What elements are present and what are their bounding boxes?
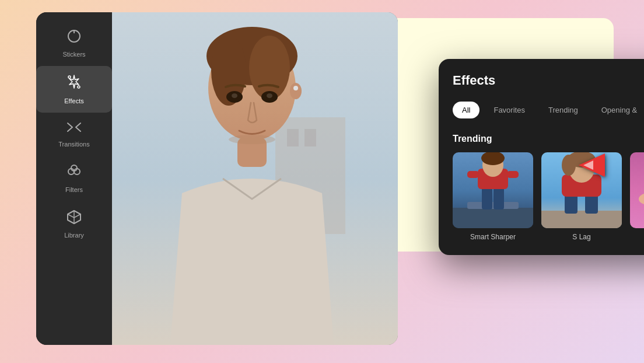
svg-rect-31 (467, 171, 479, 178)
sidebar-item-library-label: Library (64, 232, 84, 239)
sidebar-item-effects-label: Effects (64, 97, 83, 104)
svg-point-22 (229, 135, 275, 144)
svg-rect-41 (630, 152, 644, 228)
svg-rect-32 (507, 171, 519, 178)
library-icon (66, 210, 82, 228)
svg-point-20 (232, 93, 237, 98)
sidebar-item-effects[interactable]: Effects (36, 66, 112, 113)
tab-opening[interactable]: Opening & (592, 102, 644, 118)
sidebar-item-filters[interactable]: Filters (36, 156, 112, 201)
svg-rect-34 (541, 211, 622, 228)
shake-label: Shake (630, 233, 644, 241)
svg-point-14 (249, 36, 290, 100)
effect-item-s-lag[interactable]: S Lag (541, 152, 622, 241)
effect-item-smart-sharper[interactable]: Smart Sharper (453, 152, 533, 241)
main-container: Stickers Effects (36, 12, 608, 351)
svg-rect-24 (453, 208, 533, 228)
app-window: Stickers Effects (36, 12, 398, 345)
effects-panel-title: Effects (453, 73, 644, 88)
tab-all[interactable]: All (453, 102, 480, 118)
svg-point-3 (78, 86, 80, 88)
s-lag-thumbnail (541, 152, 622, 228)
svg-rect-27 (494, 186, 504, 210)
sidebar-item-transitions-label: Transitions (58, 141, 89, 148)
svg-point-40 (562, 155, 576, 176)
sidebar-item-stickers[interactable]: Stickers (36, 20, 112, 66)
filters-icon (66, 164, 82, 183)
tab-trending[interactable]: Trending (539, 102, 587, 118)
svg-rect-9 (287, 129, 299, 146)
shake-thumbnail (630, 152, 644, 228)
effects-icon (66, 74, 82, 94)
tab-favorites[interactable]: Favorites (484, 102, 534, 118)
person-photo (112, 12, 398, 345)
thumbnails-row: Smart Sharper (453, 152, 644, 241)
sidebar-item-stickers-label: Stickers (62, 51, 85, 58)
filter-tabs: All Favorites Trending Opening & ▾ (453, 100, 644, 120)
svg-point-21 (267, 93, 272, 98)
svg-rect-10 (304, 129, 316, 146)
stickers-icon (66, 29, 82, 47)
effects-panel: Effects All Favorites Trending Opening &… (439, 59, 644, 255)
transitions-icon (66, 121, 82, 137)
trending-section-title: Trending (453, 134, 644, 144)
sidebar: Stickers Effects (36, 12, 112, 345)
video-preview (112, 12, 398, 345)
smart-sharper-label: Smart Sharper (453, 233, 533, 241)
smart-sharper-thumbnail (453, 152, 533, 228)
svg-rect-25 (467, 202, 519, 209)
svg-rect-26 (482, 186, 492, 210)
s-lag-label: S Lag (541, 233, 622, 241)
sidebar-item-filters-label: Filters (65, 186, 83, 193)
svg-point-2 (68, 76, 71, 78)
svg-point-16 (293, 86, 298, 90)
effect-item-shake[interactable]: Shake (630, 152, 644, 241)
sidebar-item-transitions[interactable]: Transitions (36, 113, 112, 156)
sidebar-item-library[interactable]: Library (36, 201, 112, 247)
svg-point-15 (290, 83, 302, 99)
